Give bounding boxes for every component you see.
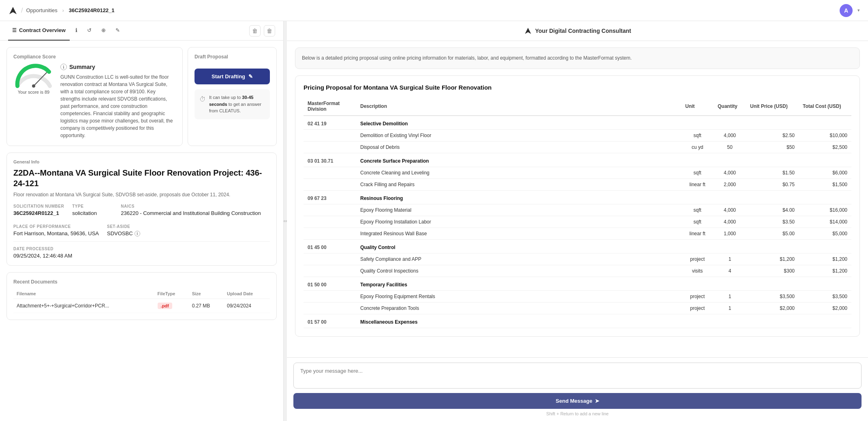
row-qty: 4,000 [714,130,746,142]
tab-contract-overview-label: Contract Overview [19,27,66,33]
pricing-table: MasterFormat Division Description Unit Q… [304,97,851,328]
nav-opportunities-link[interactable]: Opportunities [26,7,57,13]
pricing-data-row: Epoxy Flooring Material sqft 4,000 $4.00… [304,204,851,216]
section-division: 03 01 30.71 [304,153,356,167]
pricing-section-row: 03 01 30.71 Concrete Surface Preparation [304,153,851,167]
th-unit: Unit [681,97,714,116]
row-division [304,204,356,216]
send-message-button[interactable]: Send Message ➤ [293,393,862,409]
row-unit: project [681,303,714,314]
doc-date: 09/24/2024 [224,299,270,313]
row-description: Concrete Cleaning and Leveling [356,167,681,179]
right-panel-header: Your Digital Contracting Consultant [287,21,868,41]
row-description: Epoxy Flooring Material [356,204,681,216]
row-description: Demolition of Existing Vinyl Floor [356,130,681,142]
place-cell: PLACE OF PERFORMANCE Fort Harrison, Mont… [13,224,99,236]
nav-current-contract: 36C25924R0122_1 [69,7,115,13]
start-draft-icon: ✎ [248,73,253,79]
tab-info-icon: ℹ [75,27,77,33]
row-total: $1,200 [799,265,851,277]
tab-edit[interactable]: ✎ [111,21,124,41]
tab-refresh-icon: ↺ [87,27,92,33]
send-button-label: Send Message [556,398,592,404]
section-title: Selective Demolition [356,116,681,130]
pricing-table-head: MasterFormat Division Description Unit Q… [304,97,851,116]
right-panel: Your Digital Contracting Consultant Belo… [287,21,868,421]
draft-info-text: It can take up to 30-45 seconds to get a… [209,94,265,114]
top-navigation: / Opportunities › 36C25924R0122_1 A ▾ [0,0,868,21]
pricing-section-row: 01 57 00 Miscellaneous Expenses [304,314,851,328]
pricing-data-row: Quality Control Inspections visits 4 $30… [304,265,851,277]
recent-docs-title: Recent Documents [13,279,270,285]
pricing-section-row: 09 67 23 Resinous Flooring [304,191,851,204]
row-qty: 50 [714,142,746,153]
avatar-icon: A [844,7,848,14]
app-logo-icon [8,6,18,15]
row-total: $2,500 [799,142,851,153]
delete-button[interactable]: 🗑 [249,25,261,37]
place-label: PLACE OF PERFORMANCE [13,224,99,229]
date-processed-label: DATE PROCESSED [13,247,72,251]
type-label: TYPE [72,204,113,208]
avatar-dropdown-icon[interactable]: ▾ [857,8,860,13]
section-title: Temporary Facilities [356,277,681,291]
row-division [304,142,356,153]
docs-table-head: Filename FileType Size Upload Date [13,289,270,299]
section-title: Concrete Surface Preparation [356,153,681,167]
row-unit-price: $5.00 [746,228,799,240]
pricing-data-row: Crack Filling and Repairs linear ft 2,00… [304,179,851,191]
top-cards-row: Compliance Score [6,47,277,146]
row-unit: linear ft [681,228,714,240]
right-logo-icon [524,27,532,35]
row-division [304,265,356,277]
row-qty: 1 [714,303,746,314]
solicitation-label: SOLICITATION NUMBER [13,204,64,208]
row-division [304,303,356,314]
start-drafting-button[interactable]: Start Drafting ✎ [195,69,270,84]
row-division [304,130,356,142]
pricing-title: Pricing Proposal for Montana VA Surgical… [304,84,851,91]
panel-resizer[interactable]: ⇔ [284,21,287,421]
row-unit-price: $4.00 [746,204,799,216]
pricing-data-row: Demolition of Existing Vinyl Floor sqft … [304,130,851,142]
row-unit: cu yd [681,142,714,153]
row-qty: 4,000 [714,216,746,228]
draft-info-box: ⏱ It can take up to 30-45 seconds to get… [195,89,270,119]
recent-docs-card: Recent Documents Filename FileType Size … [6,272,277,320]
archive-button[interactable]: 🗑 [264,25,275,37]
gauge-wrap: Your score is 89 [13,64,54,95]
nav-arrow-icon: › [62,8,64,13]
chat-area: Below is a detailed pricing proposal usi… [287,41,868,357]
tab-info[interactable]: ℹ [71,21,81,41]
tab-contract-overview[interactable]: ☰ Contract Overview [8,21,70,41]
row-total: $14,000 [799,216,851,228]
section-division: 01 45 00 [304,240,356,253]
pricing-section-row: 01 45 00 Quality Control [304,240,851,253]
avatar-button[interactable]: A [840,4,853,17]
clock-icon: ⏱ [199,95,206,104]
th-unit-price: Unit Price (USD) [746,97,799,116]
type-cell: TYPE solicitation [72,204,113,216]
row-unit-price: $1.50 [746,167,799,179]
row-unit: project [681,253,714,265]
col-header-filetype: FileType [154,289,189,299]
summary-box: ℹ Summary GUNN Construction LLC is well-… [60,64,176,139]
general-info-label: General Info [13,159,270,164]
th-division: MasterFormat Division [304,97,356,116]
summary-title: Summary [69,64,95,70]
table-row: Attachment+5+-+Surgical+Corridor+PCR... … [13,299,270,313]
row-total: $5,000 [799,228,851,240]
pricing-section-row: 02 41 19 Selective Demolition [304,116,851,130]
naics-cell: NAICS 236220 - Commercial and Institutio… [121,204,261,216]
chat-input[interactable] [293,363,862,389]
setaside-info-icon[interactable]: ℹ [135,231,140,236]
info-grid: SOLICITATION NUMBER 36C25924R0122_1 TYPE… [13,204,270,236]
draft-card: Draft Proposal Start Drafting ✎ ⏱ It can… [188,47,277,146]
row-unit-price: $0.75 [746,179,799,191]
type-value: solicitation [72,210,113,216]
tab-layers[interactable]: ⊕ [97,21,110,41]
tab-refresh[interactable]: ↺ [83,21,96,41]
col-header-filename: Filename [13,289,154,299]
gauge-section: Your score is 89 ℹ Summary GUNN Construc… [13,64,176,139]
doc-size: 0.27 MB [189,299,224,313]
